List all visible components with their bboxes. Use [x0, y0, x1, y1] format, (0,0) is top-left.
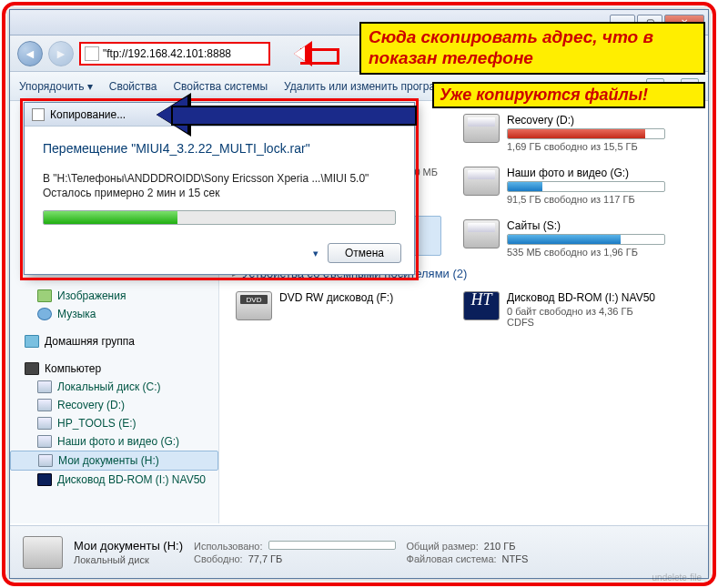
drive-usage-bar: [507, 234, 665, 245]
images-icon: [37, 289, 52, 302]
annotation-copying: Уже копируются файлы!: [432, 82, 705, 108]
address-field-wrap: [79, 42, 270, 66]
sidebar-drive[interactable]: Дисковод BD-ROM (I:) NAV50: [10, 471, 218, 489]
drive-usage-bar: [507, 128, 665, 139]
homegroup-icon: [25, 335, 39, 348]
drive-fs: CDFS: [507, 317, 665, 328]
sidebar-item-computer[interactable]: Компьютер: [10, 360, 218, 378]
sidebar-item-music[interactable]: Музыка: [10, 305, 218, 323]
drive-icon: [37, 417, 52, 430]
status-drive-name: Мои документы (H:): [74, 539, 183, 553]
drive-name: DVD RW дисковод (F:): [279, 291, 438, 304]
forward-button[interactable]: ►: [48, 41, 74, 66]
properties-button[interactable]: Свойства: [109, 80, 157, 93]
address-input[interactable]: [103, 47, 265, 60]
drive-free: 1,69 ГБ свободно из 15,5 ГБ: [507, 141, 665, 152]
copy-heading: Перемещение "MIUI4_3.2.22_MULTI_lock.rar…: [43, 141, 396, 156]
cancel-button[interactable]: Отмена: [328, 243, 401, 263]
computer-icon: [25, 362, 39, 375]
more-details[interactable]: ▾: [313, 248, 319, 259]
sidebar-drive[interactable]: Локальный диск (C:): [10, 378, 218, 396]
status-fs-value: NTFS: [502, 553, 529, 564]
location-icon: [85, 46, 99, 61]
bd-icon: [463, 291, 500, 320]
drive-usage-bar: [507, 181, 665, 192]
back-button[interactable]: ◄: [17, 41, 43, 66]
annotation-arrow-blue: [144, 102, 417, 129]
drive-free: 535 МБ свободно из 1,96 ГБ: [507, 247, 665, 258]
status-used-bar: [268, 541, 396, 550]
annotation-address: Сюда скопировать адрес, что в показан те…: [359, 22, 705, 75]
drive-icon: [38, 454, 53, 467]
sidebar-item-homegroup[interactable]: Домашняя группа: [10, 332, 218, 350]
drive-icon: [37, 380, 52, 393]
status-drive-icon: [23, 536, 63, 569]
annotation-arrow-red: [285, 43, 339, 65]
system-properties-button[interactable]: Свойства системы: [173, 80, 268, 93]
sidebar-drive[interactable]: Recovery (D:): [10, 396, 218, 414]
drive-name: Наши фото и видео (G:): [507, 167, 665, 179]
organize-menu[interactable]: Упорядочить ▾: [19, 80, 93, 93]
status-total-label: Общий размер:: [407, 541, 479, 552]
drive-item[interactable]: Recovery (D:) 1,69 ГБ свободно из 15,5 Г…: [460, 110, 669, 156]
copy-path: В "H:\Телефоны\ANDDDROIDD\Sony Ericsson …: [43, 172, 396, 185]
status-bar: Мои документы (H:) Локальный диск Исполь…: [10, 525, 708, 578]
drive-item[interactable]: Наши фото и видео (G:) 91,5 ГБ свободно …: [460, 163, 669, 208]
drive-name: Recovery (D:): [507, 114, 665, 127]
drive-icon: [37, 435, 52, 448]
status-fs-label: Файловая система:: [407, 553, 497, 564]
drive-item[interactable]: Сайты (S:) 535 МБ свободно из 1,96 ГБ: [460, 216, 669, 261]
drive-icon: [37, 399, 52, 411]
status-total-value: 210 ГБ: [484, 541, 516, 552]
drive-free: 0 байт свободно из 4,36 ГБ: [507, 306, 665, 317]
sidebar-drive[interactable]: Мои документы (H:): [10, 451, 218, 471]
copy-title-text: Копирование...: [50, 108, 126, 121]
sidebar-item-images[interactable]: Изображения: [10, 287, 218, 305]
dvd-icon: [236, 291, 272, 320]
sidebar-drive[interactable]: Наши фото и видео (G:): [10, 432, 218, 451]
drive-item[interactable]: DVD RW дисковод (F:): [232, 288, 441, 331]
status-free-value: 77,7 ГБ: [248, 553, 283, 564]
drive-free: 91,5 ГБ свободно из 117 ГБ: [507, 194, 665, 205]
status-used-label: Использовано:: [194, 541, 263, 552]
uninstall-button[interactable]: Удалить или изменить программу: [284, 80, 456, 93]
music-icon: [37, 308, 52, 320]
drive-item[interactable]: Дисковод BD-ROM (I:) NAV50 0 байт свобод…: [460, 288, 669, 331]
drive-name: Сайты (S:): [507, 219, 665, 232]
status-free-label: Свободно:: [194, 553, 243, 564]
drive-name: Дисковод BD-ROM (I:) NAV50: [507, 291, 665, 304]
drive-icon: [463, 167, 500, 196]
removable-grid: DVD RW дисковод (F:) Дисковод BD-ROM (I:…: [232, 288, 695, 331]
drive-icon: [463, 219, 500, 248]
copy-remaining: Осталось примерно 2 мин и 15 сек: [43, 187, 396, 199]
watermark: undelete-file: [652, 573, 702, 583]
drive-icon: [463, 114, 500, 143]
status-drive-type: Локальный диск: [74, 554, 183, 565]
sidebar-drive[interactable]: HP_TOOLS (E:): [10, 414, 218, 432]
bd-icon: [37, 473, 52, 486]
copy-icon: [32, 108, 45, 121]
copy-progress-bar: [43, 210, 396, 225]
